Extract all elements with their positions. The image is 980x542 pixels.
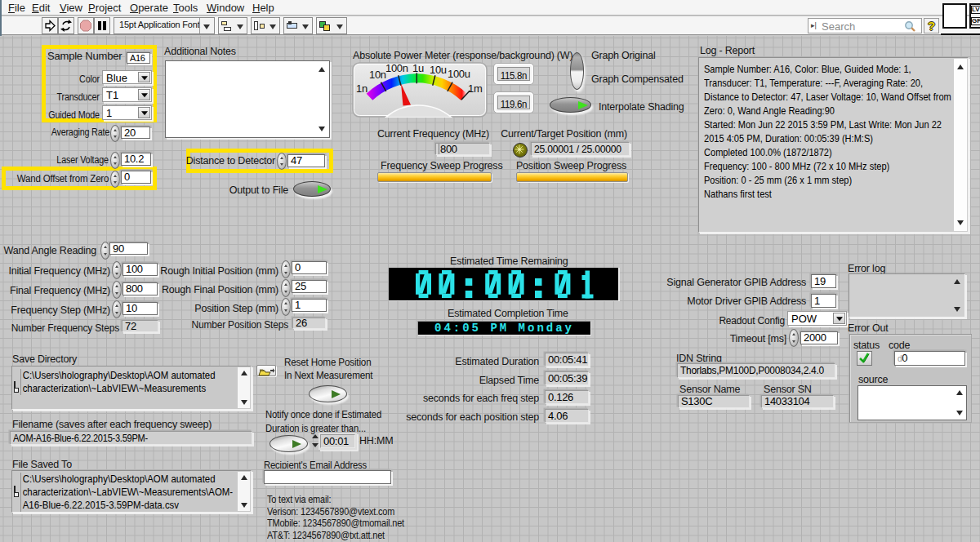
svg-text:10n: 10n [369, 69, 386, 81]
svg-text:1m: 1m [468, 82, 482, 95]
svg-text:1n: 1n [356, 82, 368, 95]
svg-text:100u: 100u [448, 68, 470, 80]
svg-text:1u: 1u [412, 62, 424, 74]
svg-text:100n: 100n [385, 62, 408, 74]
svg-text:10u: 10u [430, 64, 447, 76]
